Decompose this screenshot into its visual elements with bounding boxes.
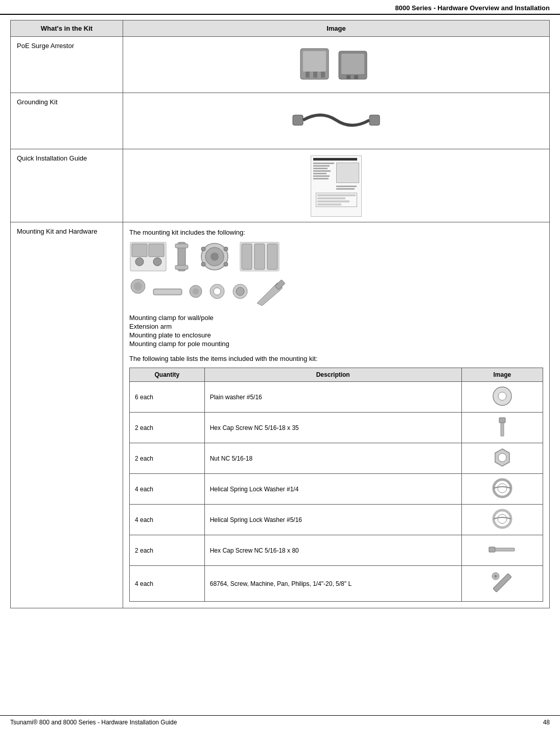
header-title: 8000 Series - Hardware Overview and Inst… <box>395 4 550 12</box>
kit-item-label: Quick Installation Guide <box>11 149 123 222</box>
svg-point-14 <box>135 258 144 266</box>
svg-rect-29 <box>267 244 277 269</box>
img-cell <box>461 474 543 505</box>
svg-point-23 <box>224 247 228 251</box>
desc-cell: Plain washer #5/16 <box>204 382 461 413</box>
svg-rect-1 <box>303 51 326 72</box>
table-row: Mounting Kit and Hardware The mounting k… <box>11 222 550 608</box>
img-cell <box>461 566 543 602</box>
kit-item-image-cell <box>123 93 550 149</box>
kit-table: What's in the Kit Image PoE Surge Arrest… <box>10 20 550 608</box>
grounding-kit-icon <box>290 100 382 141</box>
washer-plain-icon <box>492 386 512 406</box>
table-row: 4 each Helical Spring Lock Washer #5/16 <box>130 505 543 535</box>
img-cell <box>461 413 543 443</box>
img-cell <box>461 535 543 566</box>
poe-surge-arrestor-icon <box>295 43 377 84</box>
svg-rect-7 <box>346 75 351 79</box>
footer-right: 48 <box>543 719 550 726</box>
svg-rect-4 <box>321 72 325 78</box>
qty-cell: 6 each <box>130 382 205 413</box>
svg-point-46 <box>498 453 506 462</box>
svg-rect-6 <box>341 54 364 74</box>
img-cell <box>461 505 543 535</box>
svg-point-21 <box>211 253 219 261</box>
mounting-plate-icon <box>196 241 234 272</box>
desc-cell: Helical Spring Lock Washer #5/16 <box>204 505 461 535</box>
qty-cell: 2 each <box>130 535 205 566</box>
hex-screw-short-icon <box>492 417 512 437</box>
desc-cell: Hex Cap Screw NC 5/16-18 x 80 <box>204 535 461 566</box>
svg-point-31 <box>134 282 142 290</box>
kit-item-label: Mounting Kit and Hardware <box>11 222 123 608</box>
kit-item-image-cell <box>123 149 550 222</box>
table-row: Quick Installation Guide <box>11 149 550 222</box>
svg-point-37 <box>214 288 221 295</box>
img-cell <box>461 382 543 413</box>
inner-col-qty: Quantity <box>130 368 205 382</box>
svg-rect-18 <box>175 265 188 269</box>
mounting-content-cell: The mounting kit includes the following: <box>123 222 550 608</box>
img-cell <box>461 443 543 474</box>
hardware-icons-row <box>129 241 543 272</box>
nut-icon-2 <box>492 447 512 468</box>
table-row: 2 each Hex Cap Screw NC 5/16-18 x 35 <box>130 413 543 443</box>
hardware-inner-table: Quantity Description Image 6 each Plain … <box>129 368 543 602</box>
footer-left: Tsunami® 800 and 8000 Series - Hardware … <box>10 719 177 726</box>
qty-cell: 2 each <box>130 443 205 474</box>
svg-point-25 <box>224 262 228 266</box>
svg-point-50 <box>498 514 507 523</box>
col1-header: What's in the Kit <box>11 20 123 37</box>
mounting-items-text: Mounting clamp for wall/pole Extension a… <box>129 314 543 348</box>
extension-arm-icon <box>173 241 191 272</box>
svg-point-35 <box>193 288 199 294</box>
svg-point-15 <box>153 258 161 266</box>
bolt-icon <box>129 278 147 306</box>
spring-washer-2-icon <box>492 509 512 529</box>
svg-point-39 <box>236 287 244 295</box>
svg-point-24 <box>201 262 205 266</box>
svg-point-42 <box>498 392 506 400</box>
qty-cell: 4 each <box>130 566 205 602</box>
mounting-intro: The mounting kit includes the following: <box>129 229 543 236</box>
svg-rect-27 <box>242 244 252 269</box>
col2-header: Image <box>123 20 550 37</box>
hardware-icons-row2 <box>129 278 543 306</box>
kit-item-label: Grounding Kit <box>11 93 123 149</box>
kit-item-label: PoE Surge Arrestor <box>11 37 123 93</box>
spring-washer-1-icon <box>492 478 512 498</box>
main-content: What's in the Kit Image PoE Surge Arrest… <box>0 15 560 629</box>
svg-rect-3 <box>313 72 317 78</box>
nut-icon <box>231 278 249 306</box>
desc-cell: Helical Spring Lock Washer #1/4 <box>204 474 461 505</box>
qty-cell: 4 each <box>130 505 205 535</box>
inner-col-desc: Description <box>204 368 461 382</box>
svg-point-48 <box>498 484 507 493</box>
svg-rect-52 <box>495 548 515 551</box>
table-row: Grounding Kit <box>11 93 550 149</box>
svg-rect-28 <box>254 244 265 269</box>
table-intro-text: The following table lists the items incl… <box>129 355 543 362</box>
philips-screw-icon <box>489 570 515 596</box>
svg-rect-12 <box>132 244 147 257</box>
kit-item-image-cell <box>123 37 550 93</box>
svg-rect-43 <box>499 418 505 423</box>
washer-icon <box>208 278 226 306</box>
svg-point-22 <box>201 247 205 251</box>
table-row: 4 each Helical Spring Lock Washer #1/4 <box>130 474 543 505</box>
svg-rect-17 <box>175 244 188 248</box>
table-row: 2 each Nut NC 5/16-18 <box>130 443 543 474</box>
hex-screw-long-icon <box>488 539 516 560</box>
desc-cell: Nut NC 5/16-18 <box>204 443 461 474</box>
mounting-clamp-icon <box>129 241 168 272</box>
table-row: 2 each Hex Cap Screw NC 5/16-18 x 80 <box>130 535 543 566</box>
wrench-icon <box>254 278 285 306</box>
quick-guide-image <box>311 155 362 217</box>
table-row: 6 each Plain washer #5/16 <box>130 382 543 413</box>
small-bolt-icon <box>188 278 203 306</box>
table-row: 4 each 68764, Screw, Machine, Pan, Phili… <box>130 566 543 602</box>
svg-rect-9 <box>293 115 303 125</box>
qty-cell: 4 each <box>130 474 205 505</box>
svg-rect-2 <box>306 72 310 78</box>
page-header: 8000 Series - Hardware Overview and Inst… <box>0 0 560 15</box>
